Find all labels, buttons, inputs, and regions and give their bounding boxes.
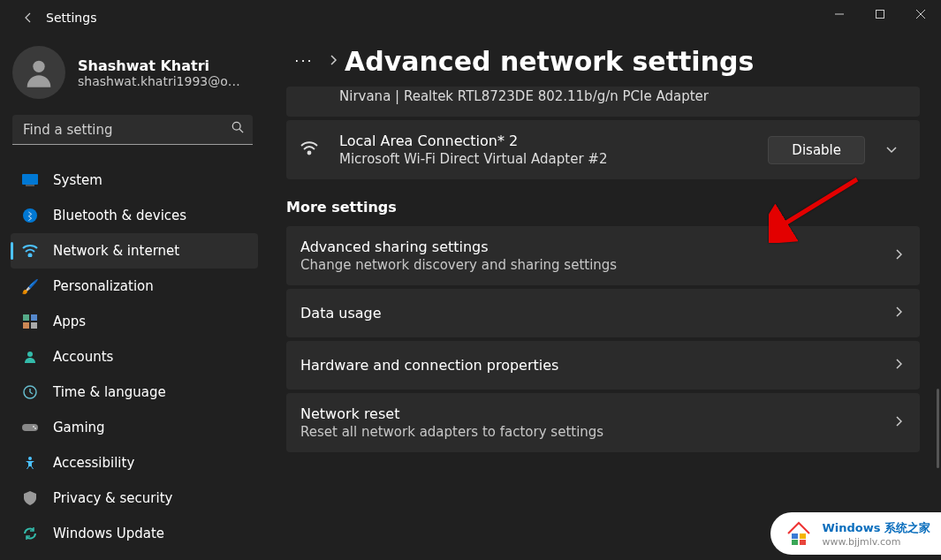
sidebar-item-label: Network & internet xyxy=(53,243,179,259)
sidebar-item-label: Gaming xyxy=(53,420,105,435)
minimize-button[interactable] xyxy=(819,0,860,28)
adapter-title: Local Area Connection* 2 xyxy=(339,132,768,149)
chevron-down-icon[interactable] xyxy=(877,144,906,156)
svg-rect-7 xyxy=(22,174,38,185)
svg-point-5 xyxy=(232,122,240,130)
setting-data-usage[interactable]: Data usage xyxy=(286,289,920,337)
back-button[interactable] xyxy=(14,4,42,32)
setting-title: Advanced sharing settings xyxy=(300,238,895,255)
adapter-row-local-area[interactable]: Local Area Connection* 2 Microsoft Wi-Fi… xyxy=(286,120,920,179)
wifi-icon xyxy=(21,242,39,260)
scrollbar[interactable] xyxy=(937,389,939,468)
adapter-sub: Microsoft Wi-Fi Direct Virtual Adapter #… xyxy=(339,151,768,167)
svg-rect-8 xyxy=(26,185,34,186)
avatar xyxy=(12,46,65,99)
chevron-right-icon xyxy=(329,55,338,68)
close-button[interactable] xyxy=(900,0,941,28)
sidebar-item-label: Personalization xyxy=(53,278,154,294)
setting-sub: Reset all network adapters to factory se… xyxy=(300,424,895,440)
sidebar-item-network[interactable]: Network & internet xyxy=(11,233,258,269)
maximize-button[interactable] xyxy=(860,0,900,28)
setting-title: Hardware and connection properties xyxy=(300,357,895,374)
svg-point-20 xyxy=(28,457,32,460)
svg-rect-14 xyxy=(31,322,37,329)
chevron-right-icon xyxy=(895,249,902,262)
window-controls xyxy=(819,0,941,28)
svg-point-18 xyxy=(33,426,34,428)
breadcrumb-more-button[interactable]: ··· xyxy=(286,43,322,79)
user-block[interactable]: Shashwat Khatri shashwat.khatri1993@o… xyxy=(11,35,258,115)
svg-point-10 xyxy=(29,254,32,257)
sidebar-item-label: System xyxy=(53,172,102,188)
sidebar-item-label: Bluetooth & devices xyxy=(53,208,186,223)
svg-rect-17 xyxy=(22,424,38,431)
svg-point-15 xyxy=(27,352,33,357)
sidebar: Shashwat Khatri shashwat.khatri1993@o… S… xyxy=(0,35,265,560)
sidebar-item-accounts[interactable]: Accounts xyxy=(11,339,258,375)
sidebar-item-gaming[interactable]: Gaming xyxy=(11,410,258,445)
clock-globe-icon xyxy=(21,383,39,401)
chevron-right-icon xyxy=(895,359,902,372)
svg-rect-12 xyxy=(31,314,37,321)
sidebar-item-label: Privacy & security xyxy=(53,490,172,506)
setting-title: Data usage xyxy=(300,305,895,322)
adapter-sub: Nirvana | Realtek RTL8723DE 802.11b/g/n … xyxy=(339,88,817,104)
shield-icon xyxy=(21,489,39,507)
sidebar-item-label: Windows Update xyxy=(53,526,164,541)
accessibility-icon xyxy=(21,454,39,472)
sidebar-item-windows-update[interactable]: Windows Update xyxy=(11,516,258,551)
sidebar-item-bluetooth[interactable]: Bluetooth & devices xyxy=(11,198,258,233)
svg-rect-1 xyxy=(876,11,884,19)
svg-point-19 xyxy=(34,428,36,429)
paintbrush-icon: 🖌️ xyxy=(21,277,39,295)
user-name: Shashwat Khatri xyxy=(78,57,240,74)
breadcrumb: ··· Advanced network settings xyxy=(286,35,920,87)
svg-rect-24 xyxy=(800,534,806,539)
search-icon xyxy=(231,121,244,136)
svg-point-4 xyxy=(33,61,44,72)
setting-sub: Change network discovery and sharing set… xyxy=(300,257,895,273)
app-title: Settings xyxy=(46,11,96,25)
svg-rect-26 xyxy=(800,540,806,545)
svg-rect-11 xyxy=(23,314,29,321)
setting-network-reset[interactable]: Network reset Reset all network adapters… xyxy=(286,393,920,452)
svg-rect-13 xyxy=(23,322,29,329)
setting-card: Data usage xyxy=(286,289,920,337)
svg-rect-25 xyxy=(792,540,798,545)
wifi-icon xyxy=(300,140,322,159)
more-settings-label: More settings xyxy=(286,199,920,216)
svg-line-6 xyxy=(239,129,243,132)
sidebar-item-privacy[interactable]: Privacy & security xyxy=(11,481,258,516)
sidebar-item-personalization[interactable]: 🖌️ Personalization xyxy=(11,269,258,304)
sidebar-item-time-language[interactable]: Time & language xyxy=(11,375,258,410)
sidebar-item-accessibility[interactable]: Accessibility xyxy=(11,445,258,481)
sidebar-item-label: Accessibility xyxy=(53,455,134,471)
chevron-right-icon xyxy=(895,416,902,429)
house-icon xyxy=(785,519,813,548)
page-title: Advanced network settings xyxy=(345,46,754,77)
setting-hardware-properties[interactable]: Hardware and connection properties xyxy=(286,341,920,390)
titlebar: Settings xyxy=(0,0,941,35)
bluetooth-icon xyxy=(21,207,39,224)
search-box[interactable] xyxy=(12,115,253,145)
setting-card: Advanced sharing settings Change network… xyxy=(286,226,920,285)
apps-icon xyxy=(21,313,39,330)
disable-button[interactable]: Disable xyxy=(768,136,865,164)
watermark-title: Windows 系统之家 xyxy=(822,520,930,536)
svg-point-21 xyxy=(308,152,311,155)
sidebar-item-label: Accounts xyxy=(53,349,113,365)
search-input[interactable] xyxy=(12,115,253,144)
sidebar-item-system[interactable]: System xyxy=(11,163,258,198)
setting-advanced-sharing[interactable]: Advanced sharing settings Change network… xyxy=(286,226,920,285)
sidebar-item-label: Time & language xyxy=(53,384,166,400)
accounts-icon xyxy=(21,348,39,366)
content: ··· Advanced network settings Nirvana | … xyxy=(265,35,941,560)
chevron-right-icon xyxy=(895,306,902,320)
svg-rect-23 xyxy=(792,534,798,539)
watermark-url: www.bjjmlv.com xyxy=(822,536,930,548)
sidebar-item-apps[interactable]: Apps xyxy=(11,304,258,339)
watermark: Windows 系统之家 www.bjjmlv.com xyxy=(770,512,941,555)
gamepad-icon xyxy=(21,419,39,436)
adapter-row-nirvana[interactable]: Nirvana | Realtek RTL8723DE 802.11b/g/n … xyxy=(286,87,920,117)
update-icon xyxy=(21,525,39,542)
